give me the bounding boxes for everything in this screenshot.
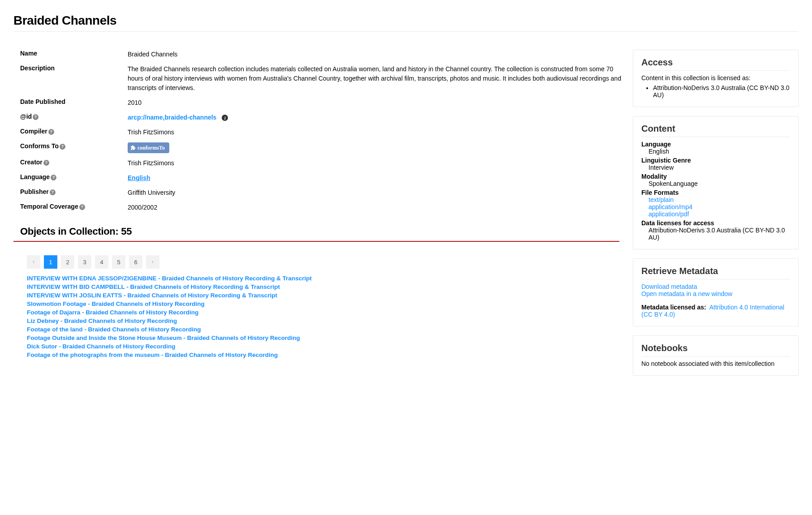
object-link[interactable]: Footage of the land - Braided Channels o… <box>27 326 619 333</box>
access-heading: Access <box>641 57 790 71</box>
page-2-button[interactable]: 2 <box>61 255 74 269</box>
notebooks-heading: Notebooks <box>641 343 790 356</box>
object-link[interactable]: Footage of the photographs from the muse… <box>27 352 619 358</box>
meta-value-description: The Braided Channels research collection… <box>128 64 626 93</box>
format-link[interactable]: text/plain <box>649 196 674 203</box>
meta-label-compiler: Compiler? <box>20 128 128 135</box>
retrieve-heading: Retrieve Metadata <box>641 266 790 279</box>
page-5-button[interactable]: 5 <box>112 255 125 269</box>
object-link[interactable]: Liz Debney - Braided Channels of History… <box>27 318 619 324</box>
objects-heading: Objects in Collection: 55 <box>20 226 619 237</box>
help-icon[interactable]: ? <box>51 175 56 180</box>
meta-value-conforms-to: conformsTo <box>128 142 626 153</box>
meta-label-date-published: Date Published <box>20 98 128 105</box>
notebooks-empty-text: No notebook associated with this item/co… <box>641 360 790 367</box>
main-column: Name Braided Channels Description The Br… <box>13 50 619 358</box>
content-card: Content Language English Linguistic Genr… <box>633 116 799 249</box>
meta-value-date-published: 2010 <box>128 98 626 107</box>
meta-value-temporal: 2000/2002 <box>128 203 626 212</box>
help-icon[interactable]: ? <box>50 189 56 195</box>
meta-label-conforms-to: Conforms To? <box>20 142 128 150</box>
meta-label-description: Description <box>20 64 128 72</box>
access-card: Access Content in this collection is lic… <box>633 50 799 107</box>
meta-row-publisher: Publisher? Griffith University <box>20 188 626 197</box>
meta-label-creator: Creator? <box>20 159 128 166</box>
content-heading: Content <box>641 124 790 137</box>
help-icon[interactable]: ? <box>33 114 39 120</box>
content-licenses-label: Data licenses for access <box>641 219 790 227</box>
meta-label-temporal-text: Temporal Coverage <box>20 203 78 210</box>
meta-value-name: Braided Channels <box>128 50 626 59</box>
object-link[interactable]: INTERVIEW WITH BID CAMPBELL - Braided Ch… <box>27 283 619 290</box>
meta-label-temporal: Temporal Coverage? <box>20 203 128 210</box>
meta-row-compiler: Compiler? Trish FitzSimons <box>20 128 626 137</box>
format-link[interactable]: application/pdf <box>649 210 689 218</box>
format-link[interactable]: application/mp4 <box>649 203 692 210</box>
meta-label-publisher: Publisher? <box>20 188 128 195</box>
meta-row-date-published: Date Published 2010 <box>20 98 626 107</box>
meta-row-id: @id? arcp://name,braided-channels i <box>20 113 626 122</box>
content-genre-value: Interview <box>649 164 790 171</box>
access-intro: Content in this collection is licensed a… <box>641 74 790 82</box>
meta-row-description: Description The Braided Channels researc… <box>20 64 626 93</box>
object-link[interactable]: Dick Sutor - Braided Channels of History… <box>27 343 619 350</box>
page-3-button[interactable]: 3 <box>78 255 91 269</box>
object-link[interactable]: INTERVIEW WITH EDNA JESSOP/ZIGENBINE - B… <box>27 275 619 282</box>
meta-label-creator-text: Creator <box>20 159 43 166</box>
meta-value-creator: Trish FitzSimons <box>128 159 626 168</box>
meta-row-conforms-to: Conforms To? conformsTo <box>20 142 626 153</box>
page-6-button[interactable]: 6 <box>129 255 142 269</box>
retrieve-card: Retrieve Metadata Download metadata Open… <box>633 258 799 326</box>
meta-row-name: Name Braided Channels <box>20 50 626 59</box>
chevron-left-icon <box>31 260 36 264</box>
object-link[interactable]: Slowmotion Footage - Braided Channels of… <box>27 300 619 307</box>
content-modality-label: Modality <box>641 173 790 180</box>
title-divider <box>13 31 799 32</box>
content-formats-label: File Formats <box>641 189 790 196</box>
object-link[interactable]: INTERVIEW WITH JOSLIN EATTS - Braided Ch… <box>27 292 619 299</box>
download-metadata-link[interactable]: Download metadata <box>641 283 697 290</box>
meta-row-language: Language? English <box>20 173 626 183</box>
metadata-table: Name Braided Channels Description The Br… <box>20 50 626 212</box>
page-title: Braided Channels <box>13 13 799 28</box>
meta-value-id-cell: arcp://name,braided-channels i <box>128 113 626 122</box>
meta-label-compiler-text: Compiler <box>20 128 47 135</box>
meta-row-creator: Creator? Trish FitzSimons <box>20 159 626 168</box>
meta-value-language-cell: English <box>128 173 626 183</box>
puzzle-icon <box>130 145 136 150</box>
object-link[interactable]: Footage Outside and Inside the Stone Hou… <box>27 335 619 341</box>
meta-label-id-text: @id <box>20 113 32 120</box>
info-icon[interactable]: i <box>222 115 228 121</box>
meta-label-language: Language? <box>20 173 128 180</box>
meta-label-language-text: Language <box>20 173 50 180</box>
help-icon[interactable]: ? <box>48 129 54 135</box>
page-4-button[interactable]: 4 <box>95 255 108 269</box>
meta-label-name: Name <box>20 50 128 57</box>
object-link[interactable]: Footage of Dajarra - Braided Channels of… <box>27 309 619 316</box>
chevron-right-icon <box>150 260 155 264</box>
conforms-to-badge[interactable]: conformsTo <box>128 142 169 153</box>
page-1-button[interactable]: 1 <box>44 255 57 269</box>
meta-value-publisher: Griffith University <box>128 188 626 197</box>
id-link[interactable]: arcp://name,braided-channels <box>128 114 216 121</box>
content-genre-label: Linguistic Genre <box>641 157 790 164</box>
open-metadata-link[interactable]: Open metadata in a new window <box>641 290 732 297</box>
language-link[interactable]: English <box>128 174 150 181</box>
notebooks-card: Notebooks No notebook associated with th… <box>633 335 799 376</box>
meta-label-conforms-to-text: Conforms To <box>20 142 59 150</box>
content-language-value: English <box>649 148 790 155</box>
meta-value-compiler: Trish FitzSimons <box>128 128 626 137</box>
objects-list: INTERVIEW WITH EDNA JESSOP/ZIGENBINE - B… <box>27 275 619 358</box>
help-icon[interactable]: ? <box>79 204 85 210</box>
page-prev-button[interactable] <box>27 255 40 269</box>
meta-row-temporal: Temporal Coverage? 2000/2002 <box>20 203 626 212</box>
meta-label-id: @id? <box>20 113 128 120</box>
help-icon[interactable]: ? <box>60 144 65 150</box>
meta-label-publisher-text: Publisher <box>20 188 49 195</box>
access-license: Attribution-NoDerivs 3.0 Australia (CC B… <box>653 84 790 99</box>
page-next-button[interactable] <box>146 255 159 269</box>
content-modality-value: SpokenLanguage <box>649 180 790 187</box>
help-icon[interactable]: ? <box>43 160 49 166</box>
objects-divider <box>13 241 619 242</box>
conforms-to-badge-text: conformsTo <box>137 144 165 152</box>
